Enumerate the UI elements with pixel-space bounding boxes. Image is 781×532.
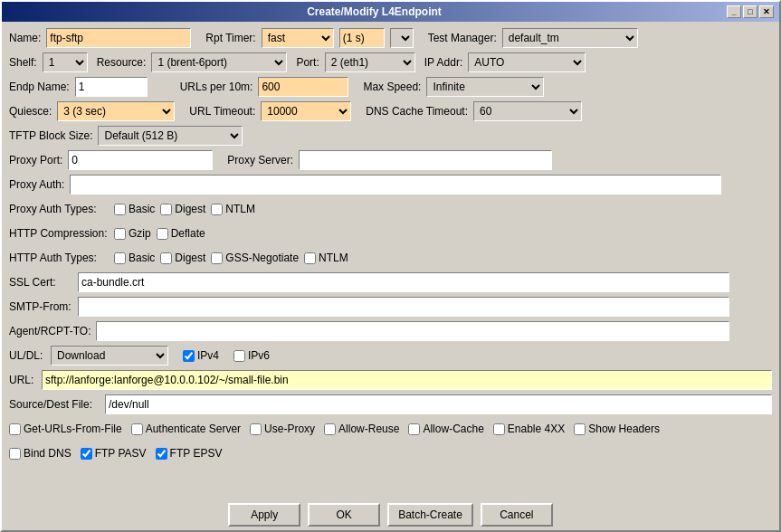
quiesce-select[interactable]: 3 (3 sec)	[57, 101, 175, 121]
max-speed-label: Max Speed:	[363, 81, 421, 93]
quiesce-label: Quiesce:	[9, 105, 52, 118]
urls-per-10m-input[interactable]	[258, 77, 348, 97]
source-dest-input[interactable]	[105, 394, 772, 414]
ssl-cert-input[interactable]	[78, 272, 729, 292]
digest2-checkbox[interactable]	[160, 252, 172, 264]
ntlm-label: NTLM	[225, 203, 255, 215]
deflate-label: Deflate	[171, 227, 205, 240]
url-timeout-select[interactable]: 10000	[261, 101, 351, 121]
port-label: Port:	[296, 56, 319, 69]
row-quiesce: Quiesce: 3 (3 sec) URL Timeout: 10000 DN…	[9, 100, 772, 122]
resource-select[interactable]: 1 (brent-6port)	[151, 52, 287, 72]
batch-create-button[interactable]: Batch-Create	[387, 503, 473, 527]
proxy-server-input[interactable]	[299, 150, 552, 170]
endp-name-label: Endp Name:	[9, 81, 70, 93]
ipv4-checkbox[interactable]	[183, 350, 195, 362]
get-urls-checkbox[interactable]	[9, 423, 21, 435]
ftp-pasv-checkbox[interactable]	[81, 448, 92, 460]
ntlm-checkbox[interactable]	[211, 204, 223, 215]
basic-checkbox-label[interactable]: Basic	[114, 203, 155, 215]
ok-button[interactable]: OK	[308, 503, 380, 527]
allow-reuse-checkbox[interactable]	[324, 423, 336, 435]
proxy-auth-input[interactable]	[70, 175, 721, 195]
use-proxy-checkbox[interactable]	[250, 423, 262, 435]
ip-addr-select[interactable]: AUTO	[468, 52, 586, 72]
test-manager-select[interactable]: default_tm	[502, 28, 638, 48]
basic2-checkbox-label[interactable]: Basic	[114, 252, 155, 264]
ftp-epsv-checkbox[interactable]	[156, 448, 167, 460]
http-auth-types-label: HTTP Auth Types:	[9, 252, 109, 264]
row-proxy-auth-types: Proxy Auth Types: Basic Digest NTLM	[9, 198, 772, 220]
authenticate-server-label: Authenticate Server	[146, 423, 241, 435]
allow-cache-checkbox-label[interactable]: Allow-Cache	[408, 423, 483, 435]
basic2-checkbox[interactable]	[114, 252, 126, 264]
digest2-checkbox-label[interactable]: Digest	[160, 252, 205, 264]
rpt-timer-extra[interactable]	[339, 28, 385, 48]
digest-checkbox[interactable]	[160, 204, 172, 215]
ntlm-checkbox-label[interactable]: NTLM	[211, 203, 255, 215]
agent-rcpt-input[interactable]	[96, 321, 729, 341]
port-select[interactable]: 2 (eth1)	[325, 52, 415, 72]
rpt-timer-dropdown[interactable]: ▼	[390, 28, 414, 48]
ipv4-checkbox-label[interactable]: IPv4	[183, 349, 219, 362]
gzip-checkbox-label[interactable]: Gzip	[114, 227, 151, 240]
ipv6-label: IPv6	[248, 349, 270, 362]
allow-cache-checkbox[interactable]	[408, 423, 420, 435]
apply-button[interactable]: Apply	[228, 503, 300, 527]
show-headers-checkbox-label[interactable]: Show Headers	[574, 423, 660, 435]
digest-checkbox-label[interactable]: Digest	[160, 203, 205, 215]
shelf-select[interactable]: 1	[43, 52, 88, 72]
ntlm2-checkbox-label[interactable]: NTLM	[304, 252, 348, 264]
get-urls-checkbox-label[interactable]: Get-URLs-From-File	[9, 423, 122, 435]
authenticate-server-checkbox[interactable]	[131, 423, 143, 435]
urls-per-10m-label: URLs per 10m:	[180, 81, 253, 93]
allow-reuse-checkbox-label[interactable]: Allow-Reuse	[324, 423, 399, 435]
close-button[interactable]: ✕	[759, 5, 774, 18]
bind-dns-label: Bind DNS	[24, 447, 71, 460]
ip-addr-label: IP Addr:	[424, 56, 462, 69]
minimize-button[interactable]: _	[727, 5, 741, 18]
endp-name-input[interactable]	[75, 77, 148, 97]
name-input[interactable]	[46, 28, 191, 48]
bind-dns-checkbox[interactable]	[9, 448, 21, 460]
authenticate-server-checkbox-label[interactable]: Authenticate Server	[131, 423, 241, 435]
gss-checkbox[interactable]	[211, 252, 223, 264]
row-http-auth-types: HTTP Auth Types: Basic Digest GSS-Negoti…	[9, 247, 772, 269]
bind-dns-checkbox-label[interactable]: Bind DNS	[9, 447, 71, 460]
name-label: Name:	[9, 32, 41, 44]
gss-checkbox-label[interactable]: GSS-Negotiate	[211, 252, 299, 264]
ssl-cert-label: SSL Cert:	[9, 276, 72, 289]
basic-checkbox[interactable]	[114, 204, 126, 215]
rpt-timer-label: Rpt Timer:	[205, 32, 255, 44]
gzip-checkbox[interactable]	[114, 228, 126, 240]
rpt-timer-select[interactable]: fast	[262, 28, 334, 48]
cancel-button[interactable]: Cancel	[481, 503, 553, 527]
use-proxy-checkbox-label[interactable]: Use-Proxy	[250, 423, 315, 435]
dns-cache-timeout-select[interactable]: 60	[473, 101, 582, 121]
row-proxy-auth: Proxy Auth:	[9, 174, 772, 195]
ftp-epsv-checkbox-label[interactable]: FTP EPSV	[156, 447, 223, 460]
show-headers-checkbox[interactable]	[574, 423, 586, 435]
enable-4xx-checkbox-label[interactable]: Enable 4XX	[493, 423, 565, 435]
tftp-block-size-select[interactable]: Default (512 B)	[98, 126, 243, 146]
enable-4xx-checkbox[interactable]	[493, 423, 505, 435]
url-input[interactable]	[42, 370, 772, 390]
proxy-server-label: Proxy Server:	[227, 154, 293, 166]
maximize-button[interactable]: □	[743, 5, 757, 18]
proxy-auth-label: Proxy Auth:	[9, 178, 64, 191]
ipv6-checkbox-label[interactable]: IPv6	[233, 349, 270, 362]
enable-4xx-label: Enable 4XX	[508, 423, 565, 435]
proxy-port-input[interactable]	[68, 150, 213, 170]
max-speed-select[interactable]: Infinite	[426, 77, 544, 97]
deflate-checkbox[interactable]	[157, 228, 168, 240]
ul-dl-label: UL/DL:	[9, 349, 45, 362]
ul-dl-select[interactable]: Download Upload Both	[51, 346, 168, 366]
window-controls: _ □ ✕	[727, 5, 774, 18]
row-proxy-port: Proxy Port: Proxy Server:	[9, 149, 772, 171]
smtp-from-input[interactable]	[78, 297, 729, 317]
ntlm2-checkbox[interactable]	[304, 252, 316, 264]
tftp-block-size-label: TFTP Block Size:	[9, 129, 92, 142]
deflate-checkbox-label[interactable]: Deflate	[157, 227, 205, 240]
ftp-pasv-checkbox-label[interactable]: FTP PASV	[81, 447, 147, 460]
ipv6-checkbox[interactable]	[233, 350, 245, 362]
